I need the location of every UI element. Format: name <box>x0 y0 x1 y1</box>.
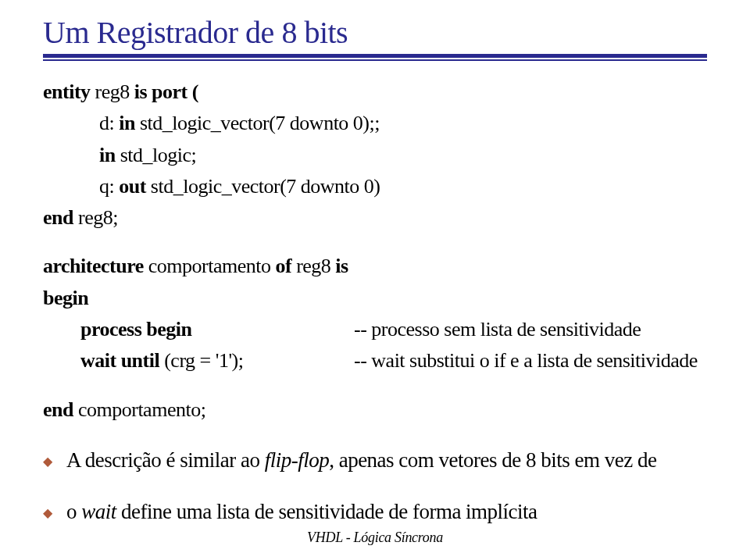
bullet-item: ◆ o wait define uma lista de sensitivida… <box>43 496 707 529</box>
code-line: architecture comportamento of reg8 is <box>43 251 707 282</box>
bullet-text: o <box>66 500 81 523</box>
bullet-text: define uma lista de sensitividade de for… <box>116 500 538 523</box>
code-line: end comportamento; <box>43 394 707 426</box>
code-text: reg8; <box>73 206 118 229</box>
kw-architecture: architecture <box>43 255 144 277</box>
blank-line <box>43 377 707 394</box>
code-line: process begin -- processo sem lista de s… <box>43 314 707 345</box>
kw-entity: entity <box>43 80 91 103</box>
bullet-list: ◆ A descrição é similar ao flip-flop, ap… <box>43 444 707 529</box>
code-line: q: out std_logic_vector(7 downto 0) <box>43 171 707 202</box>
code-text: q: <box>99 175 119 198</box>
kw-is-port: is port ( <box>134 80 198 103</box>
title-underline <box>43 54 707 61</box>
code-text: d: <box>99 112 119 134</box>
blank-line <box>43 234 707 251</box>
code-block: entity reg8 is port ( d: in std_logic_ve… <box>43 77 707 426</box>
kw-begin: begin <box>43 287 88 309</box>
kw-end: end <box>43 398 73 421</box>
code-text: std_logic_vector(7 downto 0);; <box>135 112 380 134</box>
code-comment: -- processo sem lista de sensitividade <box>354 314 641 345</box>
bullet-icon: ◆ <box>43 444 66 477</box>
kw-is: is <box>335 255 348 277</box>
kw-in: in <box>99 144 116 166</box>
kw-out: out <box>119 175 146 198</box>
bullet-icon: ◆ <box>43 496 66 529</box>
code-text: std_logic_vector(7 downto 0) <box>146 175 380 198</box>
code-comment: -- wait substitui o if e a lista de sens… <box>354 345 698 376</box>
code-text: comportamento; <box>73 398 205 421</box>
code-line: begin <box>43 283 707 314</box>
code-line: entity reg8 is port ( <box>43 77 707 108</box>
term-flip-flop: flip-flop <box>265 448 330 472</box>
bullet-text: , apenas com vetores de 8 bits em vez de <box>329 448 656 472</box>
slide-title: Um Registrador de 8 bits <box>43 14 707 51</box>
code-text: (crg = '1'); <box>159 349 243 372</box>
code-text: reg8 <box>91 80 134 103</box>
kw-wait-until: wait until <box>80 349 159 372</box>
kw-end: end <box>43 206 73 229</box>
kw-in: in <box>119 112 135 134</box>
code-line: end reg8; <box>43 202 707 234</box>
footer-text: VHDL - Lógica Síncrona <box>0 530 750 546</box>
bullet-text: A descrição é similar ao <box>66 448 265 472</box>
code-text: std_logic; <box>116 144 197 166</box>
term-wait: wait <box>81 500 116 523</box>
code-line: d: in std_logic_vector(7 downto 0);; <box>43 108 707 139</box>
bullet-item: ◆ A descrição é similar ao flip-flop, ap… <box>43 444 707 477</box>
kw-process-begin: process begin <box>80 318 192 341</box>
code-line: in std_logic; <box>43 140 707 171</box>
code-line: wait until (crg = '1'); -- wait substitu… <box>43 345 707 376</box>
kw-of: of <box>275 255 291 277</box>
code-text: comportamento <box>144 255 276 277</box>
code-text: reg8 <box>291 255 335 277</box>
